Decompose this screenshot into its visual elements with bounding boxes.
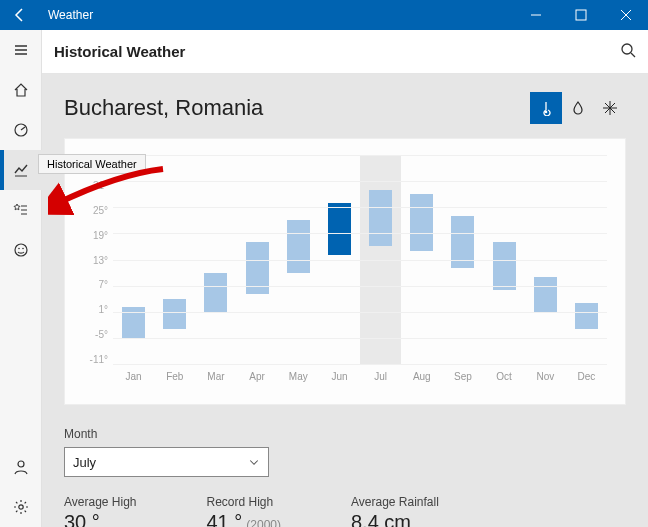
svg-rect-1 (576, 10, 586, 20)
temperature-icon (538, 100, 554, 116)
location-heading: Bucharest, Romania (64, 95, 530, 121)
snowflake-icon (602, 100, 618, 116)
sidebar-item-forecast[interactable] (0, 70, 42, 110)
window-title: Weather (40, 8, 513, 22)
x-label: Nov (525, 371, 566, 382)
x-label: Aug (401, 371, 442, 382)
svg-point-4 (18, 248, 20, 250)
month-select[interactable]: July (64, 447, 269, 477)
svg-point-10 (545, 111, 548, 114)
x-label: Oct (484, 371, 525, 382)
stat-label: Average High (64, 495, 137, 509)
toggle-temperature[interactable] (530, 92, 562, 124)
toggle-precipitation[interactable] (562, 92, 594, 124)
x-label: Sep (442, 371, 483, 382)
toggle-snow[interactable] (594, 92, 626, 124)
close-button[interactable] (603, 0, 648, 30)
chart-mode-toggle (530, 92, 626, 124)
chart-card: 37°31°25°19°13°7°1°-5°-11° JanFebMarAprM… (64, 138, 626, 405)
minimize-icon (528, 7, 544, 23)
stat-label: Record High (207, 495, 282, 509)
title-bar: Weather (0, 0, 648, 30)
menu-icon (13, 42, 29, 58)
drop-icon (570, 100, 586, 116)
person-icon (13, 459, 29, 475)
close-icon (618, 7, 634, 23)
sidebar-item-settings[interactable] (0, 487, 42, 527)
maximize-icon (573, 7, 589, 23)
month-select-value: July (73, 455, 96, 470)
svg-point-3 (15, 244, 27, 256)
search-button[interactable] (620, 42, 636, 62)
radar-icon (13, 122, 29, 138)
arrow-left-icon (12, 7, 28, 23)
svg-point-5 (22, 248, 24, 250)
sidebar-item-favorites[interactable] (0, 190, 42, 230)
sidebar-tooltip: Historical Weather (38, 154, 146, 174)
x-label: Feb (154, 371, 195, 382)
stat-value: 8.4 cm (351, 511, 439, 527)
chart-y-axis: 37°31°25°19°13°7°1°-5°-11° (83, 155, 113, 365)
minimize-button[interactable] (513, 0, 558, 30)
sidebar-item-news[interactable] (0, 230, 42, 270)
svg-point-6 (18, 461, 24, 467)
stats-row: Average High 30 ° Record High 41 °(2000)… (64, 495, 626, 527)
x-label: Jul (360, 371, 401, 382)
x-label: Dec (566, 371, 607, 382)
page-title: Historical Weather (54, 43, 620, 60)
svg-line-9 (631, 53, 635, 57)
month-label: Month (64, 427, 626, 441)
x-label: May (278, 371, 319, 382)
maximize-button[interactable] (558, 0, 603, 30)
svg-point-7 (19, 505, 23, 509)
home-icon (13, 82, 29, 98)
chart-line-icon (13, 162, 29, 178)
page-header: Historical Weather (42, 30, 648, 74)
stat-value: 41 ° (207, 511, 243, 527)
sidebar-item-maps[interactable] (0, 110, 42, 150)
chart-x-axis: JanFebMarAprMayJunJulAugSepOctNovDec (113, 371, 607, 382)
star-list-icon (13, 202, 29, 218)
smiley-icon (13, 242, 29, 258)
stat-average-high: Average High 30 ° (64, 495, 137, 527)
stat-label: Average Rainfall (351, 495, 439, 509)
stat-average-rainfall: Average Rainfall 8.4 cm (351, 495, 439, 527)
chevron-down-icon (248, 456, 260, 468)
svg-point-8 (622, 44, 632, 54)
stat-value: 30 ° (64, 511, 137, 527)
stat-subvalue: (2000) (246, 518, 281, 527)
chart-plot[interactable] (113, 155, 607, 365)
x-label: Jan (113, 371, 154, 382)
search-icon (620, 42, 636, 58)
sidebar-item-account[interactable] (0, 447, 42, 487)
x-label: Jun (319, 371, 360, 382)
back-button[interactable] (0, 0, 40, 30)
sidebar: Historical Weather (0, 30, 42, 527)
gear-icon (13, 499, 29, 515)
x-label: Apr (237, 371, 278, 382)
x-label: Mar (195, 371, 236, 382)
hamburger-button[interactable] (0, 30, 42, 70)
sidebar-item-historical[interactable] (0, 150, 42, 190)
stat-record-high: Record High 41 °(2000) (207, 495, 282, 527)
